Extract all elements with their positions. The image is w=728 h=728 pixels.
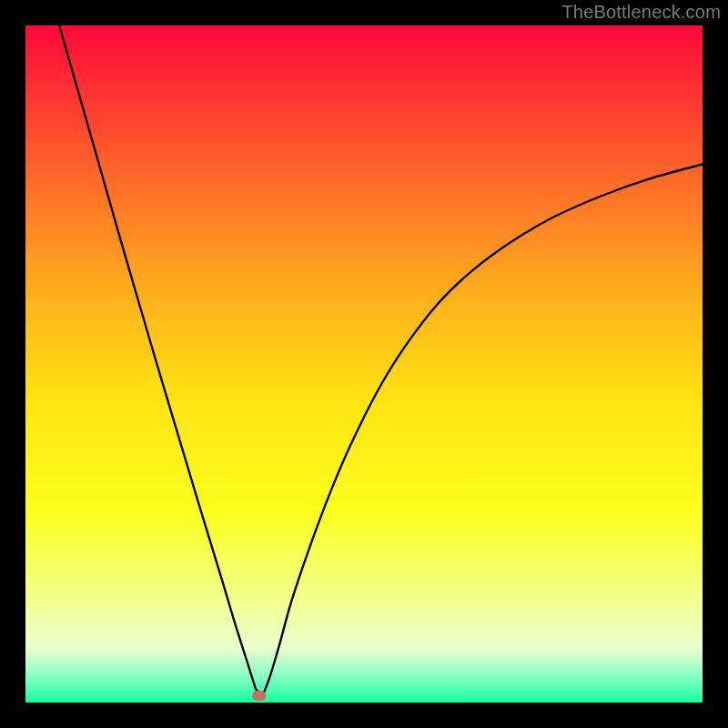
chart-frame: { "watermark": "TheBottleneck.com", "cha… [0,0,728,728]
plot-area [25,25,703,703]
chart-svg [0,0,728,728]
valley-marker [252,691,266,701]
